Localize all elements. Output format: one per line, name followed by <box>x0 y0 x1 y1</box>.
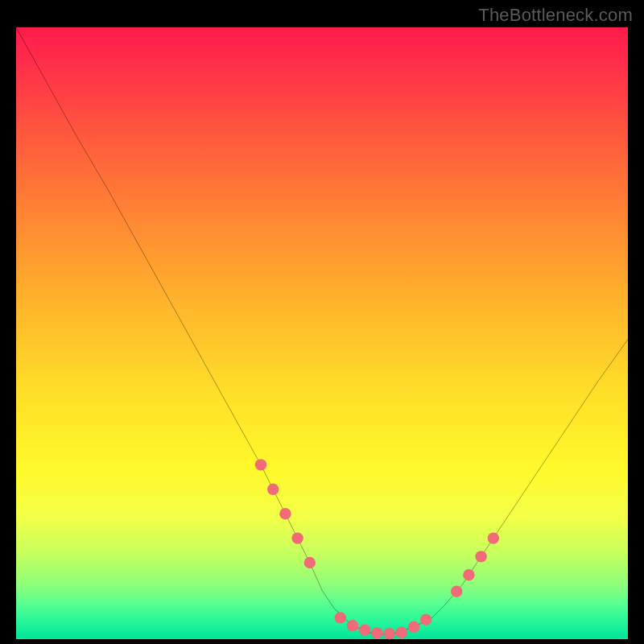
highlight-point <box>475 551 486 562</box>
highlight-point <box>291 532 303 543</box>
highlight-point <box>255 459 266 470</box>
bottleneck-curve <box>16 27 628 634</box>
plot-area <box>16 27 628 639</box>
highlight-point <box>396 626 407 638</box>
watermark-text: TheBottleneck.com <box>478 5 633 26</box>
highlight-point <box>463 569 474 580</box>
highlight-point <box>304 557 316 568</box>
highlight-point <box>488 532 499 543</box>
marker-group <box>255 459 499 639</box>
highlight-point <box>451 586 462 597</box>
highlight-point <box>408 621 419 633</box>
highlight-point <box>359 624 370 635</box>
highlight-point <box>279 508 291 519</box>
chart-frame: TheBottleneck.com <box>0 0 644 644</box>
highlight-point <box>383 628 394 639</box>
highlight-point <box>347 620 358 631</box>
highlight-point <box>371 627 382 638</box>
curve-layer <box>16 27 628 639</box>
highlight-point <box>420 613 431 625</box>
highlight-point <box>267 484 279 495</box>
highlight-point <box>335 612 346 623</box>
